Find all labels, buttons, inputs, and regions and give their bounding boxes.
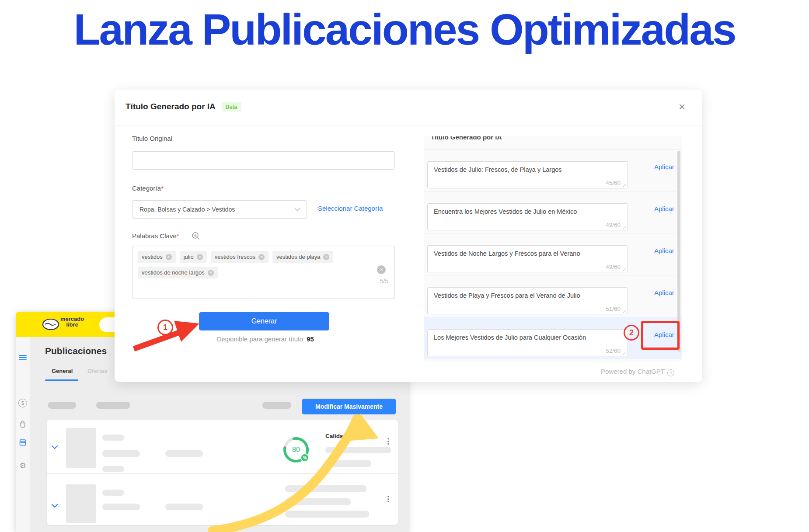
text-placeholder [102,435,124,441]
quality-label: Calidad [325,433,347,439]
result-row: Vestidos de Playa y Frescos para el Vera… [424,275,682,317]
resize-handle-icon[interactable] [622,351,627,355]
text-placeholder [165,504,203,510]
publications-title: Publicaciones [45,346,107,356]
listings-card: 80 % Calidad ⋮ ⋮ [47,420,398,525]
remove-chip-icon[interactable]: × [258,254,265,260]
sidebar: $ ⚙ [16,337,30,532]
page-title: Lanza Publicaciones Optimizadas [0,4,809,55]
filter-placeholder [262,402,291,409]
chevron-down-icon[interactable] [51,504,58,508]
result-row: Vestidos de Noche Largos y Frescos para … [424,233,682,275]
keyword-chip: vestidos de noche largos× [138,267,218,278]
generated-title-textarea[interactable]: Vestidos de Julio: Frescos, de Playa y L… [427,161,628,188]
resize-handle-icon[interactable] [622,183,627,187]
text-placeholder [102,490,124,496]
keywords-box[interactable]: vestidos× julio× vestidos frescos× vesti… [132,246,395,299]
keyword-chip: julio× [180,251,207,263]
text-placeholder [165,450,203,457]
keyword-stats-icon [192,232,200,240]
powered-by-chatgpt: Powered by ChatGPT? [508,368,674,376]
row-divider [47,473,398,474]
text-placeholder [285,511,369,518]
header-divider [115,125,702,125]
apply-link[interactable]: Aplicar [654,247,674,254]
text-placeholder [325,460,371,467]
tab-general[interactable]: General [52,368,73,374]
result-row: Encuentra los Mejores Vestidos de Julio … [424,191,682,233]
listing-image-placeholder [66,428,96,468]
publications-store-icon[interactable] [18,438,27,447]
category-label: Categoría* [132,184,164,192]
original-title-label: Titulo Original [132,135,172,142]
category-select[interactable]: Ropa, Bolsas y Calzado > Vestidos [132,200,307,219]
step-1-annotation: 1 [157,320,173,335]
ai-title-modal: Título Generado por IA Beta × Titulo Ori… [115,90,702,382]
keyword-chip: vestidos frescos× [211,251,269,263]
shopping-bag-icon[interactable] [18,420,27,428]
required-mark: * [177,232,179,240]
char-count: 45/60 [606,180,621,186]
results-header: Titulo Generado por IA [431,136,562,146]
filter-placeholder [48,402,76,409]
result-row: Vestidos de Julio: Frescos, de Playa y L… [424,149,682,191]
help-icon[interactable]: ? [667,369,674,376]
listing-image-placeholder [66,484,96,523]
resize-handle-icon[interactable] [622,267,627,271]
close-icon[interactable]: × [679,101,685,112]
generate-button[interactable]: Generar [199,312,329,330]
generated-title-textarea[interactable]: Encuentra los Mejores Vestidos de Julio … [427,203,628,230]
text-placeholder [102,466,124,472]
char-count: 49/60 [606,222,621,228]
generated-title-textarea[interactable]: Vestidos de Playa y Frescos para el Vera… [427,287,628,314]
generated-title-textarea[interactable]: Los Mejores Vestidos de Julio para Cualq… [427,329,628,356]
text-placeholder [285,498,351,505]
filter-placeholder [96,402,130,409]
resize-handle-icon[interactable] [622,309,627,313]
apply-link[interactable]: Aplicar [654,205,674,212]
bulk-modify-button[interactable]: Modificar Masivamente [302,399,396,414]
generated-title-textarea[interactable]: Vestidos de Noche Largos y Frescos para … [427,245,628,272]
select-category-link[interactable]: Seleccionar Categoría [318,205,383,212]
text-placeholder [102,504,140,510]
available-count: 95 [307,335,314,343]
remove-chip-icon[interactable]: × [208,270,214,276]
apply-link[interactable]: Aplicar [654,289,674,296]
step-2-annotation: 2 [624,325,639,341]
modal-header: Título Generado por IA Beta [126,102,241,111]
row-menu-icon[interactable]: ⋮ [384,497,392,501]
clear-all-icon[interactable]: × [377,265,386,274]
text-placeholder [285,485,366,492]
resize-handle-icon[interactable] [622,225,627,229]
chevron-down-icon [294,208,300,212]
keywords-label: Palabras Clave* [132,232,179,240]
char-count: 52/60 [606,348,621,354]
original-title-input[interactable] [132,151,395,170]
apply-link[interactable]: Aplicar [654,163,674,170]
keyword-chip: vestidos de playa× [272,251,333,263]
char-count: 51/60 [606,306,621,312]
category-value: Ropa, Bolsas y Calzado > Vestidos [139,206,235,213]
apply-highlight-box [641,321,680,350]
menu-hamburger-icon[interactable] [18,353,27,362]
money-icon[interactable]: $ [18,399,27,407]
char-count: 49/60 [606,264,621,270]
available-generations: Disponible para generar título: 95 [167,335,364,343]
tab-ofertas[interactable]: Ofertas [87,368,108,374]
screen: Lanza Publicaciones Optimizadas mercado … [0,0,809,532]
percent-badge-icon: % [300,453,309,462]
mercadolibre-wordmark: mercado libre [60,316,84,327]
keyword-chip: vestidos× [138,251,176,263]
modal-title: Título Generado por IA [126,102,216,111]
text-placeholder [102,450,140,457]
mercadolibre-logo-icon [42,318,59,330]
settings-gear-icon[interactable]: ⚙ [18,461,27,470]
active-tab-underline [45,379,78,381]
row-menu-icon[interactable]: ⋮ [384,440,392,443]
remove-chip-icon[interactable]: × [197,254,203,260]
keywords-counter: 5/5 [380,278,388,285]
required-mark: * [161,184,164,192]
remove-chip-icon[interactable]: × [323,254,329,260]
chevron-down-icon[interactable] [51,445,58,449]
remove-chip-icon[interactable]: × [166,254,172,260]
